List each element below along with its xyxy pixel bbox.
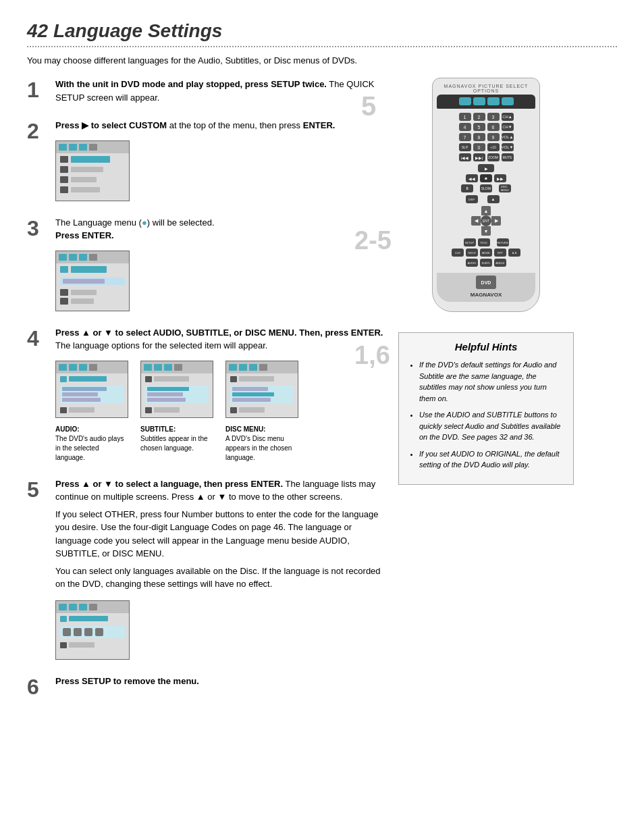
remote-dpad-enter[interactable]: ENT: [481, 215, 491, 226]
remote-btn-next[interactable]: ▶▶|: [473, 153, 485, 161]
remote-btn-mute[interactable]: MUTE: [502, 153, 514, 161]
remote-btn-display[interactable]: DISP: [466, 195, 478, 203]
remote-btn-1[interactable]: 1: [459, 113, 471, 121]
remote-btn-ch-up[interactable]: CH▲: [502, 113, 514, 121]
remote-dpad-left[interactable]: ◀: [471, 216, 481, 226]
step-1-content: With the unit in DVD mode and play stopp…: [55, 78, 385, 108]
remote-btn-return[interactable]: RETURN: [497, 238, 509, 246]
intro-text: You may choose different languages for t…: [27, 55, 378, 66]
screen-dot: [229, 364, 237, 371]
hint-item-2: Use the AUDIO and SUBTITLE buttons to qu…: [419, 409, 564, 443]
remote-btn-2[interactable]: 2: [473, 113, 485, 121]
remote-btn-5[interactable]: 5: [473, 123, 485, 131]
remote-setup-row: SETUP TITLE RETURN: [439, 238, 533, 246]
remote-dpad: ▲ ▼ ◀ ▶ ENT: [471, 206, 501, 236]
remote-btn-repeat-ab[interactable]: A-B: [508, 249, 520, 257]
screen-dot: [249, 364, 257, 371]
remote-btn-pause[interactable]: ⏸: [461, 184, 473, 192]
remote-btn-9[interactable]: 9: [487, 133, 500, 141]
audio-screen-group: AUDIO:The DVD's audio plays in the selec…: [55, 357, 130, 463]
remote-btn-audio[interactable]: AUDIO: [466, 259, 478, 267]
overlay-label-5: 5: [361, 91, 376, 122]
step-2-content: Press ▶ to select CUSTOM at the top of t…: [55, 119, 385, 205]
remote-btn-8[interactable]: 8: [473, 133, 485, 141]
remote-btn-magnavox[interactable]: [459, 97, 471, 105]
remote-btn-rew[interactable]: ◀◀: [466, 174, 478, 182]
audio-screen: [55, 361, 128, 418]
remote-btn-angle[interactable]: ANGLE: [494, 259, 506, 267]
screens-row-4: AUDIO:The DVD's audio plays in the selec…: [55, 357, 385, 463]
step-3-number: 3: [27, 217, 46, 239]
remote-btn-play[interactable]: ▶: [478, 164, 494, 172]
screen-body-2: [56, 153, 129, 201]
remote-btn-options[interactable]: [502, 97, 514, 105]
remote-btn-select[interactable]: [487, 97, 500, 105]
remote-clear-row: CLR SRCH MODE RPT A-B: [439, 249, 533, 257]
remote-btn-vol-down[interactable]: VOL▼: [502, 143, 514, 151]
remote-btn-0[interactable]: 0: [473, 143, 485, 151]
remote-bottom-section: DVD MAGNAVOX: [437, 273, 535, 302]
remote-btn-disc-menu[interactable]: DISCMENU: [499, 184, 511, 192]
screen-dot: [59, 144, 67, 151]
subtitle-screen-caption: SUBTITLE:Subtitles appear in the chosen …: [140, 425, 215, 453]
remote-btn-subtitle[interactable]: SUBTL: [480, 259, 492, 267]
step-4: 4 Press ▲ or ▼ to select AUDIO, SUBTITLE…: [27, 326, 385, 467]
remote-btn-prev[interactable]: |◀◀: [459, 153, 471, 161]
remote-bottom-func-row: AUDIO SUBTL ANGLE: [439, 259, 533, 267]
remote-btn-7[interactable]: 7: [459, 133, 471, 141]
screen-dot: [259, 364, 267, 371]
step-2: 2 Press ▶ to select CUSTOM at the top of…: [27, 119, 385, 205]
screen-body-5: [56, 613, 129, 659]
remote-btn-title[interactable]: TITLE: [478, 238, 490, 246]
remote-btn-chap-prev[interactable]: ▲: [487, 195, 500, 203]
remote-btn-repeat[interactable]: RPT: [494, 249, 506, 257]
remote-btn-ch-down[interactable]: CH▼: [502, 123, 514, 131]
subtitle-screen-topbar: [141, 361, 213, 373]
remote-play-row: ▶: [439, 164, 533, 172]
remote-dpad-up[interactable]: ▲: [481, 206, 491, 215]
remote-dpad-right[interactable]: ▶: [491, 216, 501, 226]
audio-screen-body: [56, 373, 128, 417]
screen-dot: [69, 604, 77, 610]
remote-btn-vol-up[interactable]: VOL▲: [502, 133, 514, 141]
remote-numrow-2: 4 5 6 CH▼: [439, 123, 533, 131]
screen-dot: [89, 604, 97, 610]
subtitle-screen: [140, 361, 213, 418]
step-1-number: 1: [27, 79, 46, 101]
remote-btn-ff[interactable]: ▶▶: [494, 174, 506, 182]
remote-btn-10[interactable]: +10: [487, 143, 500, 151]
remote-btn-clear[interactable]: CLR: [452, 249, 464, 257]
screen-mockup-2: [55, 140, 130, 201]
remote-numrow-3: 7 8 9 VOL▲: [439, 133, 533, 141]
step-6: 6 Press SETUP to remove the menu.: [27, 675, 385, 698]
remote-btn-picture[interactable]: [473, 97, 485, 105]
screen-top-bar-5: [56, 601, 129, 613]
remote-btn-sleep[interactable]: SLP: [459, 143, 471, 151]
step-5-number: 5: [27, 479, 46, 500]
remote-btn-3[interactable]: 3: [487, 113, 500, 121]
screen-mockup-3: [55, 251, 130, 311]
remote-btn-setup[interactable]: SETUP: [464, 238, 476, 246]
screen-dot: [174, 364, 182, 371]
remote-btn-zoom[interactable]: ZOOM: [487, 153, 500, 161]
step-1-text: With the unit in DVD mode and play stopp…: [55, 78, 385, 104]
screen-dot: [59, 604, 67, 610]
remote-top-section: [437, 95, 535, 109]
remote-btn-stop[interactable]: ■: [480, 174, 492, 182]
remote-brand-top: MAGNAVOX PICTURE SELECT OPTIONS: [437, 84, 535, 93]
screen-top-bar-3: [56, 251, 129, 263]
remote-btn-mode[interactable]: MODE: [480, 249, 492, 257]
step-3-text: The Language menu (●) will be selected. …: [55, 216, 385, 242]
screen-dot: [59, 364, 67, 371]
remote-btn-slow[interactable]: SLOW: [480, 184, 492, 192]
step-5-content: Press ▲ or ▼ to select a language, then …: [55, 477, 385, 664]
remote-transport-section: ▶ ◀◀ ■ ▶▶ ⏸ SLOW DI: [439, 164, 533, 192]
remote-btn-search[interactable]: SRCH: [466, 249, 478, 257]
remote-dpad-down[interactable]: ▼: [481, 226, 491, 236]
screen-dot: [79, 254, 87, 261]
remote-btn-4[interactable]: 4: [459, 123, 471, 131]
screen-dot: [164, 364, 172, 371]
step-3: 3 The Language menu (●) will be selected…: [27, 216, 385, 315]
left-column: 1 With the unit in DVD mode and play sto…: [27, 78, 385, 708]
remote-btn-6[interactable]: 6: [487, 123, 500, 131]
